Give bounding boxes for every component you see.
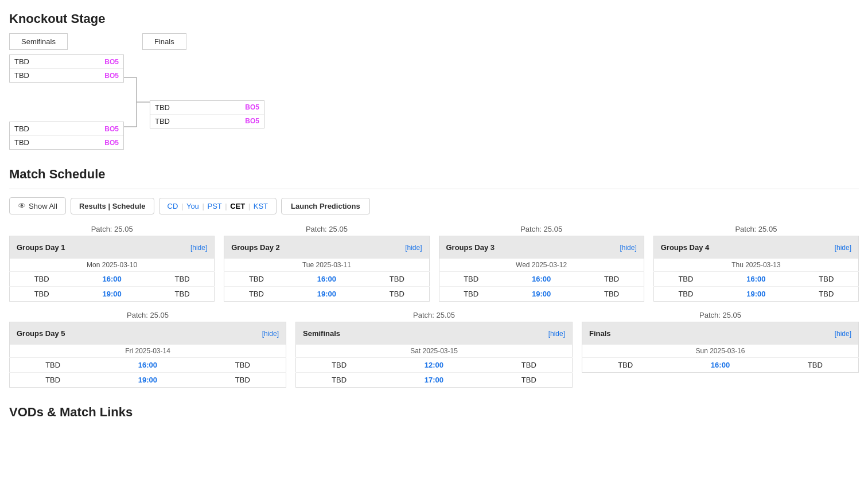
launch-predictions-button[interactable]: Launch Predictions [281, 198, 370, 214]
bracket-connector-svg [124, 62, 150, 142]
tz-kst[interactable]: KST [254, 202, 268, 210]
final-team1: TBD BO5 [150, 101, 264, 115]
day-header: Groups Day 3[hide] [439, 236, 644, 259]
vods-title: VODs & Match Links [9, 405, 859, 420]
patch-label: Patch: 25.05 [9, 225, 215, 233]
day-block: Patch: 25.05Groups Day 4[hide]Thu 2025-0… [653, 225, 859, 302]
hide-link[interactable]: [hide] [620, 244, 636, 252]
final-team2: TBD BO5 [150, 115, 264, 128]
schedule-toolbar: 👁 Show All Results | Schedule CD | You |… [9, 197, 859, 214]
match-row: TBD17:00TBD [296, 373, 573, 388]
day-header: Groups Day 2[hide] [224, 236, 429, 259]
knockout-stage-title: Knockout Stage [9, 11, 859, 26]
hide-link[interactable]: [hide] [835, 244, 851, 252]
patch-label: Patch: 25.05 [582, 311, 859, 319]
match-time[interactable]: 19:00 [289, 287, 365, 302]
results-schedule-label: Results | Schedule [79, 202, 146, 210]
hide-link[interactable]: [hide] [262, 330, 279, 338]
match-row: TBD16:00TBD [439, 272, 644, 287]
match-time[interactable]: 16:00 [718, 272, 795, 287]
match-row: TBD16:00TBD [224, 272, 429, 287]
results-schedule-button[interactable]: Results | Schedule [71, 198, 154, 214]
match-time[interactable]: 16:00 [668, 358, 772, 373]
semi-match-2-team2: TBD BO5 [10, 136, 123, 149]
match-row: TBD19:00TBD [439, 287, 644, 302]
semi-match-2-team1: TBD BO5 [10, 122, 123, 136]
semi-match-1: TBD BO5 TBD BO5 [9, 54, 124, 83]
launch-predictions-label: Launch Predictions [291, 202, 360, 210]
match-time[interactable]: 19:00 [503, 287, 580, 302]
match-time[interactable]: 19:00 [96, 373, 199, 388]
match-row: TBD19:00TBD [10, 373, 286, 388]
bracket-wrapper: TBD BO5 TBD BO5 TBD BO5 TBD BO5 [9, 54, 859, 150]
match-row: TBD16:00TBD [653, 272, 858, 287]
match-row: TBD19:00TBD [224, 287, 429, 302]
match-time[interactable]: 12:00 [382, 358, 485, 373]
day-header: Groups Day 5[hide] [10, 322, 286, 345]
day-block: Patch: 25.05Groups Day 1[hide]Mon 2025-0… [9, 225, 215, 302]
finals-label: Finals [142, 33, 186, 50]
match-time[interactable]: 16:00 [503, 272, 580, 287]
tz-cd[interactable]: CD [168, 202, 178, 210]
patch-label: Patch: 25.05 [439, 225, 644, 233]
schedule-top-grid: Patch: 25.05Groups Day 1[hide]Mon 2025-0… [9, 225, 859, 302]
semi-match-1-team1: TBD BO5 [10, 55, 123, 69]
day-header: Groups Day 1[hide] [10, 236, 215, 259]
match-row: TBD16:00TBD [582, 358, 859, 373]
match-schedule-title: Match Schedule [9, 167, 859, 182]
match-schedule-section: Match Schedule 👁 Show All Results | Sche… [9, 167, 859, 388]
day-block: Patch: 25.05Groups Day 3[hide]Wed 2025-0… [439, 225, 644, 302]
match-time[interactable]: 16:00 [96, 358, 199, 373]
match-time[interactable]: 16:00 [289, 272, 365, 287]
show-all-button[interactable]: 👁 Show All [9, 197, 66, 214]
day-block: Patch: 25.05Semifinals[hide]Sat 2025-03-… [295, 311, 573, 388]
schedule-divider [9, 189, 859, 189]
bracket-spacer [9, 92, 124, 112]
hide-link[interactable]: [hide] [190, 244, 207, 252]
semi-match-1-team2: TBD BO5 [10, 69, 123, 82]
match-row: TBD16:00TBD [10, 358, 286, 373]
finals-col: TBD BO5 TBD BO5 [150, 76, 264, 128]
patch-label: Patch: 25.05 [9, 311, 286, 319]
match-time[interactable]: 17:00 [382, 373, 485, 388]
hide-link[interactable]: [hide] [835, 330, 851, 338]
tz-pst[interactable]: PST [207, 202, 221, 210]
timezone-selector[interactable]: CD | You | PST | CET | KST [159, 198, 277, 214]
match-row: TBD16:00TBD [10, 272, 215, 287]
knockout-stage-section: Knockout Stage Semifinals Finals TBD BO5… [9, 11, 859, 150]
final-match: TBD BO5 TBD BO5 [150, 100, 264, 128]
schedule-bottom-grid: Patch: 25.05Groups Day 5[hide]Fri 2025-0… [9, 311, 859, 388]
day-block: Patch: 25.05Groups Day 5[hide]Fri 2025-0… [9, 311, 286, 388]
match-time[interactable]: 19:00 [73, 287, 150, 302]
match-row: TBD19:00TBD [653, 287, 858, 302]
patch-label: Patch: 25.05 [653, 225, 859, 233]
vods-section: VODs & Match Links [9, 405, 859, 420]
show-all-label: Show All [29, 202, 57, 210]
day-header: Semifinals[hide] [296, 322, 573, 345]
match-row: TBD19:00TBD [10, 287, 215, 302]
day-header: Groups Day 4[hide] [653, 236, 858, 259]
match-row: TBD12:00TBD [296, 358, 573, 373]
day-header: Finals[hide] [582, 322, 859, 345]
semi-match-2: TBD BO5 TBD BO5 [9, 122, 124, 150]
semifinals-label: Semifinals [9, 33, 68, 50]
tz-you[interactable]: You [186, 202, 199, 210]
tz-cet[interactable]: CET [230, 202, 245, 210]
semifinals-col: TBD BO5 TBD BO5 TBD BO5 TBD BO5 [9, 54, 124, 150]
patch-label: Patch: 25.05 [295, 311, 573, 319]
hide-link[interactable]: [hide] [405, 244, 422, 252]
day-block: Patch: 25.05Finals[hide]Sun 2025-03-16TB… [582, 311, 859, 388]
hide-link[interactable]: [hide] [548, 330, 565, 338]
match-time[interactable]: 19:00 [718, 287, 795, 302]
eye-icon: 👁 [18, 201, 26, 210]
patch-label: Patch: 25.05 [224, 225, 429, 233]
bracket-headers: Semifinals Finals [9, 33, 859, 50]
match-time[interactable]: 16:00 [73, 272, 150, 287]
day-block: Patch: 25.05Groups Day 2[hide]Tue 2025-0… [224, 225, 429, 302]
